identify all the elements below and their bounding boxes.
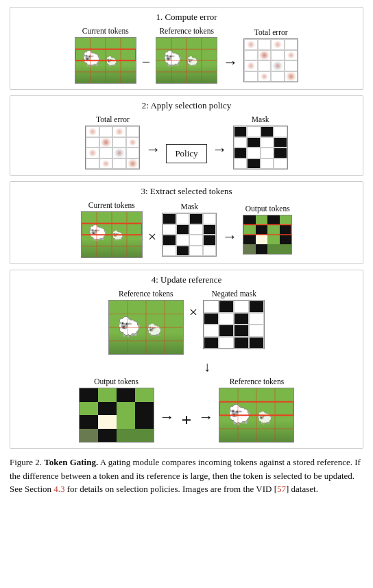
- gc: [112, 148, 126, 158]
- step1-error-grid: [243, 38, 298, 82]
- step4-down-arrow-container: ↓: [16, 359, 357, 375]
- caption-bold: Token Gating.: [44, 457, 98, 467]
- gc: [258, 39, 272, 50]
- gc: [244, 50, 258, 61]
- gc: [234, 148, 248, 158]
- step4-refout-img: [219, 388, 294, 443]
- gc: [258, 50, 272, 61]
- step3-output-col: Output tokens: [243, 204, 292, 255]
- gc: [189, 246, 203, 257]
- gc: [234, 337, 249, 349]
- caption-link1[interactable]: 4.3: [53, 484, 64, 494]
- gc: [234, 158, 248, 169]
- step4-refout-label: Reference tokens: [230, 377, 285, 386]
- step3-current-img: [81, 211, 143, 258]
- step4-ref-img: [108, 300, 184, 355]
- gc: [271, 71, 285, 82]
- gc: [219, 325, 234, 337]
- gc: [86, 137, 99, 148]
- gc: [204, 325, 219, 337]
- step4-ref-label: Reference tokens: [119, 290, 173, 298]
- sheep-scene-2: [156, 38, 217, 83]
- gc: [247, 158, 261, 169]
- step2-mask-label: Mask: [252, 115, 269, 124]
- step1-row: Current tokens − Refe: [16, 27, 357, 84]
- step4-negmask-col: Negated mask: [203, 290, 265, 349]
- gc: [99, 148, 113, 158]
- step2-error-col: Total error: [85, 115, 140, 169]
- sheep-scene-3: [82, 212, 142, 257]
- gc: [189, 224, 203, 235]
- gc: [189, 235, 203, 246]
- gc: [247, 126, 261, 137]
- step4-arrow2: →: [198, 408, 213, 426]
- sheep-scene-1: [75, 38, 136, 83]
- step4-block: 4: Update reference Reference tokens: [10, 270, 363, 449]
- gc: [203, 246, 217, 257]
- gc: [203, 224, 217, 235]
- step1-reference-label: Reference tokens: [159, 27, 214, 35]
- step1-current-img: [75, 37, 136, 84]
- step1-arrow: →: [223, 54, 238, 71]
- step4-arrow1: →: [160, 408, 175, 426]
- gc: [219, 301, 234, 313]
- caption-middle: for details on selection policies. Image…: [65, 484, 278, 494]
- step2-error-grid: [85, 126, 140, 169]
- step3-output-img: [243, 215, 292, 255]
- step4-output-label: Output tokens: [94, 377, 139, 386]
- gc: [285, 71, 298, 82]
- step1-minus: −: [142, 54, 150, 71]
- gc: [189, 213, 203, 224]
- gc: [234, 325, 249, 337]
- step3-times: ×: [148, 228, 156, 246]
- sheep-scene-5: [219, 388, 293, 442]
- gc: [126, 158, 140, 169]
- step1-title: 1. Compute error: [16, 12, 357, 23]
- step3-block: 3: Extract selected tokens Current token…: [10, 181, 363, 264]
- step4-down-arrow: ↓: [204, 359, 210, 375]
- gc: [163, 213, 176, 224]
- gc: [219, 337, 234, 349]
- gc: [112, 158, 126, 169]
- gc: [176, 246, 190, 257]
- step2-mask-grid: [233, 126, 288, 169]
- gc: [176, 224, 190, 235]
- step4-plus: +: [182, 410, 192, 431]
- step4-ref-col: Reference tokens: [108, 290, 184, 355]
- step4-output-col: Output tokens: [79, 377, 154, 443]
- gc: [261, 158, 274, 169]
- step1-error-label: Total error: [254, 28, 288, 36]
- step3-arrow: →: [222, 228, 237, 246]
- gc: [261, 148, 274, 158]
- step4-negmask-label: Negated mask: [211, 290, 256, 298]
- gc: [247, 148, 261, 158]
- gc: [234, 137, 248, 148]
- gc: [285, 50, 298, 61]
- step2-policy-box: Policy: [166, 144, 206, 163]
- step2-arrow1: →: [145, 141, 160, 158]
- caption-link2[interactable]: 57: [277, 484, 286, 494]
- figure-container: 1. Compute error Current tokens: [10, 7, 363, 496]
- gc: [285, 60, 298, 71]
- gc: [99, 137, 113, 148]
- step4-output-img: [79, 388, 154, 443]
- gc: [261, 137, 274, 148]
- gc: [86, 126, 99, 137]
- gc: [244, 60, 258, 71]
- step1-reference-tokens: Reference tokens: [156, 27, 217, 84]
- gc: [99, 126, 113, 137]
- gc: [219, 313, 234, 325]
- step4-upper-row: Reference tokens × Negated mask: [16, 290, 357, 355]
- gc: [274, 158, 287, 169]
- gc: [247, 137, 261, 148]
- gc: [258, 71, 272, 82]
- figure-caption: Figure 2. Token Gating. A gating module …: [10, 456, 363, 496]
- gc: [244, 39, 258, 50]
- gc: [112, 137, 126, 148]
- gc: [249, 313, 264, 325]
- gc: [271, 50, 285, 61]
- step2-row: Total error: [16, 115, 357, 169]
- gc: [249, 337, 264, 349]
- caption-prefix: Figure 2.: [10, 457, 44, 467]
- gc: [204, 337, 219, 349]
